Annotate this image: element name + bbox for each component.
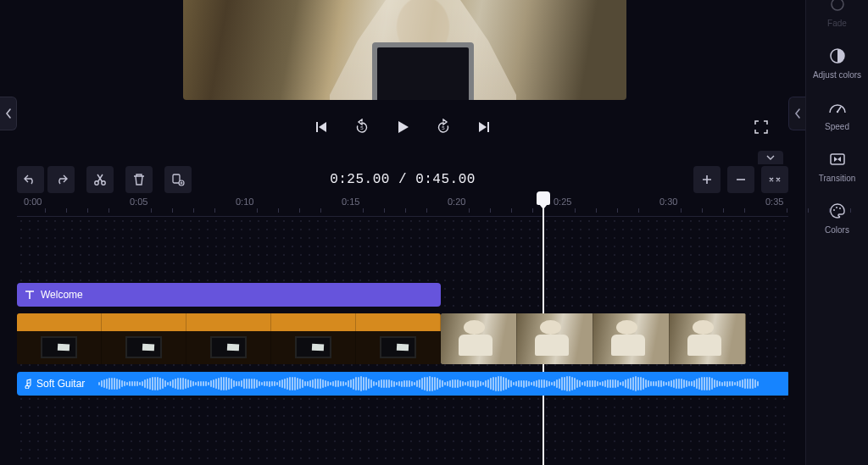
svg-rect-8: [316, 122, 318, 132]
duration-time: 0:45.00: [415, 172, 476, 187]
preview-tablet: [372, 42, 474, 100]
audio-clip-label: Soft Guitar: [36, 378, 85, 390]
svg-point-6: [836, 207, 837, 208]
sidebar-label: Colors: [825, 225, 849, 235]
zoom-in-button[interactable]: [693, 166, 721, 193]
svg-point-0: [832, 0, 843, 10]
sidebar-item-fade[interactable]: Fade: [810, 0, 865, 28]
video-thumb: [186, 313, 271, 364]
delete-button[interactable]: [125, 166, 153, 193]
video-thumb: [271, 313, 356, 364]
sidebar-label: Transition: [819, 174, 856, 183]
time-sep: /: [390, 172, 415, 187]
rewind-5-button[interactable]: 5: [352, 117, 372, 137]
player-controls: 5 5: [17, 110, 788, 144]
video-clip-b[interactable]: [441, 313, 746, 364]
fit-timeline-button[interactable]: [761, 166, 788, 193]
contrast-icon: [826, 45, 849, 67]
duplicate-button[interactable]: [164, 166, 192, 193]
text-icon: [24, 289, 36, 301]
video-thumb: [356, 313, 441, 364]
timeline-tracks[interactable]: Welcome: [17, 217, 788, 465]
sidebar-item-adjust-colors[interactable]: Adjust colors: [810, 45, 865, 80]
sidebar-item-transition[interactable]: Transition: [810, 148, 865, 183]
ruler-tick: 0:20: [448, 197, 465, 207]
svg-text:5: 5: [442, 125, 445, 130]
right-sidebar: Fade Adjust colors Speed Transition Colo…: [805, 0, 868, 465]
svg-text:5: 5: [360, 125, 364, 130]
fade-icon: [826, 0, 849, 15]
transition-icon: [826, 148, 849, 170]
ruler-tick: 0:05: [130, 197, 147, 207]
sidebar-label: Adjust colors: [813, 70, 861, 80]
current-time: 0:25.00: [330, 172, 390, 187]
ruler-tick: 0:00: [24, 197, 42, 207]
video-thumb: [593, 313, 670, 364]
split-button[interactable]: [86, 166, 114, 193]
skip-end-button[interactable]: [474, 117, 494, 137]
ruler-tick: 0:30: [659, 197, 677, 207]
undo-button[interactable]: [17, 166, 44, 193]
video-clip-a[interactable]: [17, 313, 441, 364]
svg-point-7: [839, 208, 841, 209]
forward-5-button[interactable]: 5: [433, 117, 453, 137]
video-thumb: [102, 313, 186, 364]
speedometer-icon: [826, 97, 849, 119]
timeline-ruler[interactable]: 0:000:050:100:150:200:250:300:35: [17, 197, 788, 217]
playhead-time-display: 0:25.00 / 0:45.00: [330, 172, 476, 187]
redo-button[interactable]: [47, 166, 75, 193]
timeline-toolbar: 0:25.00 / 0:45.00: [17, 164, 788, 195]
video-thumb: [17, 313, 102, 364]
svg-point-5: [833, 209, 835, 211]
sidebar-label: Speed: [825, 122, 849, 131]
ruler-tick: 0:35: [765, 197, 783, 207]
ruler-tick: 0:10: [236, 197, 253, 207]
audio-waveform: [98, 374, 787, 393]
fullscreen-button[interactable]: [751, 117, 771, 137]
sidebar-item-speed[interactable]: Speed: [810, 97, 865, 131]
music-note-icon: [22, 379, 32, 389]
text-clip-label: Welcome: [41, 289, 83, 301]
sidebar-label: Fade: [827, 19, 847, 28]
zoom-out-button[interactable]: [727, 166, 754, 193]
audio-clip[interactable]: Soft Guitar: [17, 372, 788, 396]
text-clip[interactable]: Welcome: [17, 283, 441, 307]
video-thumb: [517, 313, 593, 364]
timeline[interactable]: 0:000:050:100:150:200:250:300:35 Welcome: [17, 197, 788, 465]
svg-point-3: [836, 111, 837, 113]
video-preview[interactable]: [183, 0, 626, 100]
video-thumb: [670, 313, 746, 364]
timeline-expand-toggle[interactable]: [758, 151, 783, 164]
left-panel-toggle[interactable]: [0, 97, 17, 130]
ruler-tick: 0:15: [342, 197, 359, 207]
video-thumb: [441, 313, 517, 364]
sidebar-item-colors[interactable]: Colors: [810, 200, 865, 235]
right-panel-toggle[interactable]: [788, 97, 805, 130]
skip-start-button[interactable]: [311, 117, 331, 137]
play-button[interactable]: [392, 117, 413, 137]
video-editor-app: Fade Adjust colors Speed Transition Colo…: [0, 0, 868, 465]
svg-rect-11: [487, 122, 489, 132]
ruler-tick: 0:25: [554, 197, 571, 207]
